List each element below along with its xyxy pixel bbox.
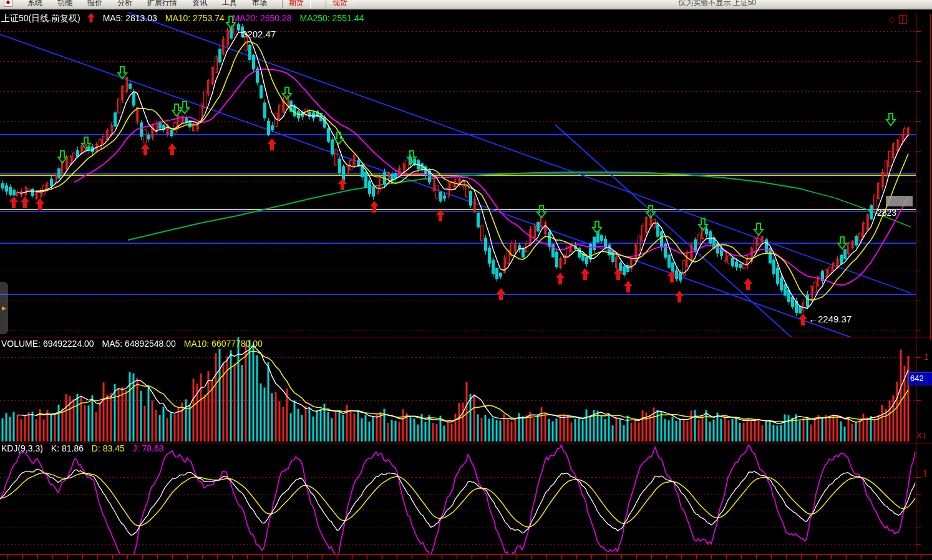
ma10-value: MA10: 2753.74 <box>165 13 225 23</box>
ma20-value: MA20: 2650.28 <box>233 13 292 23</box>
drag-handle-box[interactable] <box>886 196 913 206</box>
volume-axis-current-value: 642 <box>908 372 932 385</box>
menu-right-note: 仅为实验不显示 上证50 <box>678 0 756 8</box>
app-logo-icon[interactable]: ◆ <box>4 0 12 7</box>
kdj-axis-tick-label: 1 <box>923 468 928 478</box>
menu-item-analysis[interactable]: 分析 <box>117 0 132 8</box>
chart-title: 上证50(日线.前复权) <box>1 13 80 23</box>
menu-item-news[interactable]: 资讯 <box>192 0 207 8</box>
volume-header: VOLUME: 69492224.00 MA5: 64892548.00 MA1… <box>1 339 268 349</box>
peak-price-label: 3202.47 <box>242 29 276 39</box>
trend-up-arrow-icon <box>87 13 95 24</box>
price-line-label: 2823 <box>877 208 896 218</box>
menu-row: ◆ 系统 功能 报价 分析 扩展行情 资讯 工具 市场 期货 现货 仅为实验不显… <box>0 0 932 9</box>
volume-ma10-value: MA10: 66077780.00 <box>184 339 263 349</box>
menu-item-quotes[interactable]: 报价 <box>87 0 102 8</box>
menu-item-spot[interactable]: 现货 <box>326 0 354 8</box>
ma5-value: MA5: 2813.03 <box>103 13 157 23</box>
menu-item-extended[interactable]: 扩展行情 <box>147 0 177 8</box>
chart-corner-tools: ◇ <box>888 14 907 24</box>
menu-item-system[interactable]: 系统 <box>27 0 42 8</box>
kdj-j-value: J: 78.68 <box>133 443 164 453</box>
volume-value: VOLUME: 69492224.00 <box>1 339 94 349</box>
trough-price-label: ←2249.37 <box>808 314 852 324</box>
menu-item-market[interactable]: 市场 <box>252 0 267 8</box>
volume-axis-tick-label: 1 <box>924 352 929 362</box>
menu-item-futures[interactable]: 期货 <box>282 0 311 8</box>
kdj-title: KDJ(9,3,3) <box>1 443 43 453</box>
kdj-k-value: K: 81.86 <box>51 443 84 453</box>
diamond-icon[interactable]: ◇ <box>888 14 895 24</box>
menu-item-function[interactable]: 功能 <box>57 0 72 8</box>
menu-item-tools[interactable]: 工具 <box>222 0 237 8</box>
kdj-d-value: D: 83.45 <box>92 443 125 453</box>
split-window-icon[interactable] <box>899 15 907 24</box>
sidebar-expand-handle[interactable]: ▶ <box>0 282 8 334</box>
volume-ma5-value: MA5: 64892548.00 <box>102 339 176 349</box>
expand-arrow-icon: ▶ <box>2 305 6 311</box>
menu-bar: ◆ 系统 功能 报价 分析 扩展行情 资讯 工具 市场 期货 现货 仅为实验不显… <box>0 0 932 9</box>
app-window: ◆ 系统 功能 报价 分析 扩展行情 资讯 工具 市场 期货 现货 仅为实验不显… <box>0 0 932 560</box>
chart-canvas[interactable] <box>0 0 932 560</box>
ma250-value: MA250: 2551.44 <box>299 13 364 23</box>
main-chart-header: 上证50(日线.前复权) MA5: 2813.03 MA10: 2753.74 … <box>1 13 369 24</box>
volume-axis-multiplier: X1 <box>916 431 926 441</box>
kdj-header: KDJ(9,3,3) K: 81.86 D: 83.45 J: 78.68 <box>1 443 170 453</box>
